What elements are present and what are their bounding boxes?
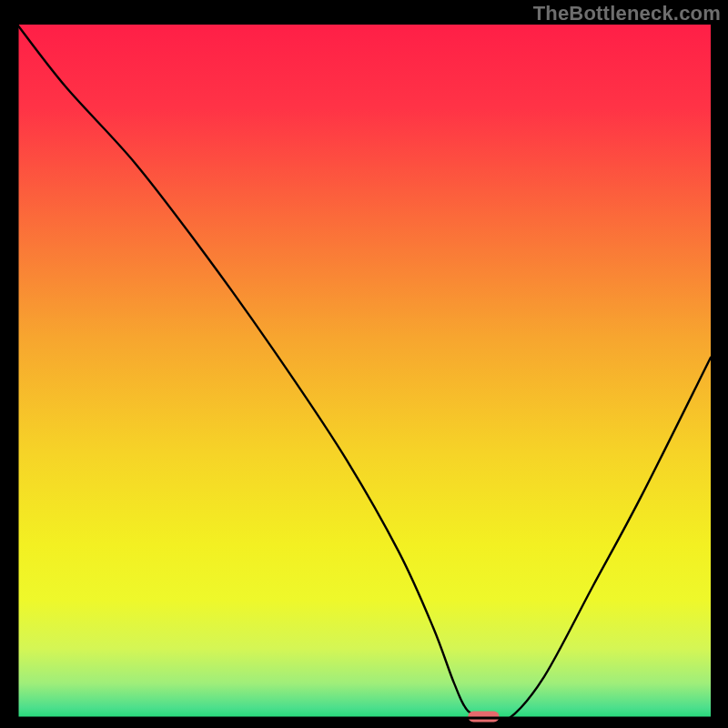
optimal-marker [468,711,499,722]
chart-frame: TheBottleneck.com [0,0,728,728]
watermark-text: TheBottleneck.com [533,2,721,25]
plot-background [17,25,711,718]
bottleneck-chart [0,0,728,728]
